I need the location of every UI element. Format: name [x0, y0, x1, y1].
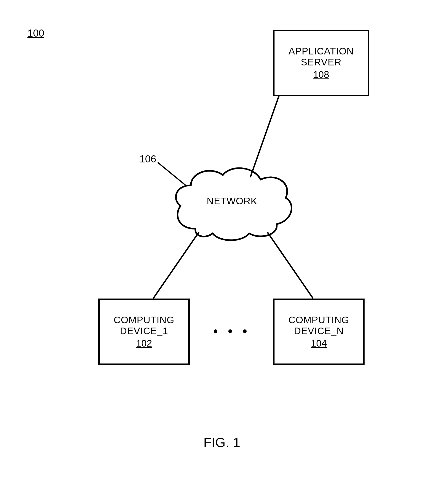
ellipsis-dots [214, 329, 247, 333]
computing-device-n-line2: DEVICE_N [294, 325, 344, 336]
connector-network-devicen [0, 0, 448, 490]
ellipsis-dot [228, 329, 232, 333]
ellipsis-dot [243, 329, 247, 333]
computing-device-n-box: COMPUTING DEVICE_N 104 [273, 298, 364, 365]
svg-line-3 [267, 232, 313, 298]
computing-device-1-ref: 102 [136, 338, 152, 349]
computing-device-n-ref: 104 [311, 338, 327, 349]
computing-device-1-line2: DEVICE_1 [120, 325, 168, 336]
ellipsis-dot [214, 329, 217, 333]
computing-device-1-box: COMPUTING DEVICE_1 102 [98, 298, 190, 365]
figure-caption: FIG. 1 [203, 435, 240, 450]
computing-device-1-line1: COMPUTING [114, 315, 174, 325]
diagram-canvas: 100 APPLICATION SERVER 108 NETWORK 106 C… [0, 0, 448, 490]
computing-device-n-line1: COMPUTING [288, 315, 349, 325]
